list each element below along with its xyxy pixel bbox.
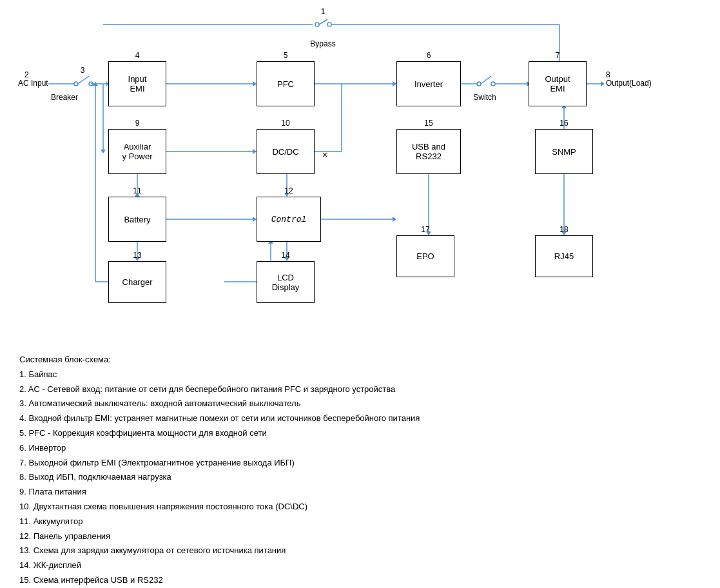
aux-power-block: Auxiliary Power: [108, 129, 166, 174]
svg-text:6: 6: [427, 51, 431, 60]
svg-marker-34: [101, 150, 106, 153]
desc-15: 15. Схема интерфейса USB и RS232: [19, 574, 701, 587]
inverter-block: Inverter: [396, 61, 461, 106]
desc-6: 6. Инвертор: [19, 442, 701, 455]
svg-text:15: 15: [424, 119, 433, 128]
desc-2: 2. AC - Сетевой вход: питание от сети дл…: [19, 383, 701, 397]
svg-text:5: 5: [284, 51, 288, 60]
snmp-label: SNMP: [552, 147, 576, 157]
desc-13: 13. Схема для зарядки аккумулятора от се…: [19, 544, 701, 558]
battery-block: Battery: [108, 197, 166, 242]
svg-point-11: [74, 82, 78, 86]
svg-text:14: 14: [281, 251, 290, 260]
svg-point-1: [315, 23, 319, 26]
control-block: Control: [257, 197, 321, 242]
dcdc-block: DC/DC: [257, 129, 315, 174]
svg-text:12: 12: [284, 186, 293, 195]
epo-block: EPO: [396, 235, 454, 277]
diagram-area: 1 Bypass 2 AC Input 3 Breaker Switch: [0, 0, 720, 342]
svg-point-3: [327, 23, 331, 26]
svg-point-25: [491, 82, 495, 86]
desc-title: Системная блок-схема:: [19, 353, 701, 367]
svg-text:Bypass: Bypass: [310, 39, 335, 48]
svg-text:2: 2: [24, 70, 29, 79]
dcdc-label: DC/DC: [272, 147, 298, 157]
svg-text:4: 4: [135, 51, 140, 60]
desc-1: 1. Байпас: [19, 368, 701, 382]
svg-text:10: 10: [281, 119, 290, 128]
lcd-display-block: LCDDisplay: [257, 261, 315, 303]
svg-text:9: 9: [135, 119, 140, 128]
epo-label: EPO: [416, 251, 434, 261]
battery-label: Battery: [124, 215, 150, 224]
svg-text:18: 18: [559, 225, 569, 234]
desc-8: 8. Выход ИБП, подключаемая нагрузка: [19, 471, 701, 484]
svg-text:Switch: Switch: [473, 93, 496, 102]
control-label: Control: [271, 215, 307, 224]
svg-line-2: [319, 19, 327, 24]
svg-text:11: 11: [133, 186, 142, 195]
svg-line-24: [481, 76, 491, 84]
rj45-block: RJ45: [535, 235, 593, 277]
lcd-display-label: LCDDisplay: [272, 273, 300, 292]
desc-11: 11. Аккумулятор: [19, 515, 701, 529]
desc-10: 10. Двухтактная схема повышения напряжен…: [19, 500, 701, 514]
svg-text:1: 1: [321, 7, 326, 16]
svg-text:13: 13: [133, 251, 142, 260]
input-emi-label: InputEMI: [128, 74, 147, 93]
svg-text:7: 7: [556, 51, 560, 60]
svg-marker-56: [393, 217, 396, 222]
usb-rs232-block: USB andRS232: [396, 129, 461, 174]
svg-text:AC Input: AC Input: [18, 79, 48, 88]
input-emi-block: InputEMI: [108, 61, 166, 106]
charger-block: Charger: [108, 261, 166, 303]
usb-rs232-label: USB andRS232: [412, 142, 445, 161]
pfc-block: PFC: [257, 61, 315, 106]
desc-7: 7. Выходной фильтр EMI (Электромагнитное…: [19, 456, 701, 470]
desc-14: 14. ЖК-дисплей: [19, 559, 701, 573]
svg-text:Breaker: Breaker: [51, 93, 78, 102]
desc-4: 4. Входной фильтр EMI: устраняет магнитн…: [19, 412, 701, 426]
svg-text:16: 16: [559, 119, 569, 128]
svg-point-23: [477, 82, 481, 86]
svg-text:3: 3: [81, 66, 85, 75]
inverter-label: Inverter: [414, 79, 443, 89]
aux-power-label: Auxiliary Power: [122, 142, 153, 161]
svg-marker-30: [601, 81, 605, 86]
svg-line-12: [78, 76, 89, 84]
rj45-label: RJ45: [554, 251, 574, 261]
desc-12: 12. Панель управления: [19, 530, 701, 544]
description-section: Системная блок-схема: 1. Байпас 2. AC - …: [0, 342, 720, 588]
svg-text:Output(Load): Output(Load): [606, 79, 652, 88]
charger-label: Charger: [122, 277, 153, 287]
output-emi-block: OutputEMI: [529, 61, 587, 106]
pfc-label: PFC: [277, 79, 294, 89]
snmp-block: SNMP: [535, 129, 593, 174]
svg-text:8: 8: [606, 70, 610, 79]
desc-3: 3. Автоматический выключатель: входной а…: [19, 397, 701, 411]
svg-text:17: 17: [421, 225, 430, 234]
output-emi-label: OutputEMI: [545, 74, 570, 93]
desc-9: 9. Плата питания: [19, 485, 701, 499]
desc-5: 5. PFC - Коррекция коэффициента мощности…: [19, 427, 701, 440]
